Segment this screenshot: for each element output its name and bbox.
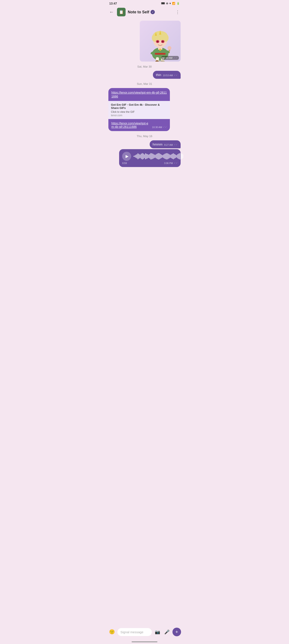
message-thin-meta: 10:53 AM ✓✓ [163,74,178,77]
waveform-bar [165,154,165,159]
message-hmmm-text: hmmm [153,142,163,146]
svg-rect-5 [155,53,166,55]
mic-icon: 🎤 [164,629,170,634]
audio-waveform [133,153,183,160]
double-check-icon-thin: ✓✓ [174,74,178,77]
message-hmmm-meta: 8:27 AM ✓✓ [164,143,178,146]
waveform-bar [142,153,143,160]
link-top: https://tenor.com/view/got-em-4k-gif-261… [108,88,170,101]
audio-duration: 0:59 [122,162,127,164]
nav-title-area[interactable]: Note to Self ✓ [128,10,172,14]
avatar: 📋 [117,8,126,16]
svg-point-9 [168,46,171,50]
waveform-bar [155,155,155,158]
more-menu-button[interactable]: ⋮ [175,8,181,16]
status-time: 13:47 [109,2,117,5]
waveform-bar [156,154,157,158]
emoji-button[interactable]: 🙂 [108,628,116,636]
chat-title: Note to Self [128,10,149,14]
link-message-meta: 10:30 AM ✓✓ [150,126,167,128]
link-bottom: https://tenor.com/view/got-em-4k-gif-261… [108,119,170,131]
waveform-bar [158,153,159,160]
waveform-bar [174,154,175,159]
input-area: 🙂 Signal message 📷 🎤 + [106,626,183,640]
waveform-bar [173,153,174,159]
home-bar [132,642,157,642]
link-url-top[interactable]: https://tenor.com/view/got-em-4k-gif-261… [111,91,167,98]
waveform-bar [147,154,148,158]
link-preview-title: Got Em GIF - Got Em 4k - Discover & Shar… [111,103,167,110]
waveform-bar [182,154,182,159]
wifi-icon: ▾ [169,2,171,5]
svg-point-18 [157,41,158,42]
waveform-bar [176,155,177,158]
waveform-bar [146,154,147,159]
waveform-bar [138,153,138,159]
double-check-icon-hmmm: ✓✓ [174,143,178,146]
waveform-bar [145,153,146,159]
signal-icon: 📶 [172,2,175,5]
waveform-bar [140,154,140,158]
waveform-bar [175,154,176,158]
date-divider-1: Sat, Mar 30 [108,65,181,68]
waveform-bar [139,154,139,159]
waveform-bar [135,155,136,158]
waveform-bar [181,153,181,159]
message-hmmm: hmmm 8:27 AM ✓✓ [150,140,181,148]
waveform-bar [183,154,183,158]
link-url-bottom[interactable]: https://tenor.com/view/got-em-4k-gif-261… [111,122,150,128]
play-icon: ▶ [126,154,129,159]
sticker-message: 10:43 AM ✓✓ [140,21,181,62]
waveform-bar [134,156,135,157]
waveform-bar [152,153,152,159]
back-button[interactable]: ← [108,8,115,16]
message-input[interactable]: Signal message [117,628,152,636]
camera-button[interactable]: 📷 [154,628,161,636]
audio-player: ▶ [122,152,178,161]
waveform-bar [167,153,167,160]
camera-icon: 📷 [155,629,160,634]
waveform-bar [162,155,163,158]
home-indicator [106,640,183,644]
waveform-bar [172,154,173,159]
link-message[interactable]: https://tenor.com/view/got-em-4k-gif-261… [108,88,170,131]
plus-button[interactable]: + [172,628,181,636]
waveform-bar [163,154,164,158]
waveform-bar [169,154,169,158]
battery-icon: 🔋 [177,2,180,5]
chat-area: 10:43 AM ✓✓ Sat, Mar 30 thin 10:53 AM ✓✓… [106,18,183,626]
waveform-bar [171,154,172,158]
waveform-bar [159,153,160,159]
mic-button[interactable]: 🎤 [163,628,171,636]
waveform-bar [149,154,150,159]
status-bar: 13:47 ⌨ ⊖ ▾ 📶 🔋 [106,0,183,6]
dnd-icon: ⊖ [166,2,168,5]
avatar-icon: 📋 [119,10,124,14]
waveform-bar [137,154,137,158]
svg-point-21 [159,49,161,51]
waveform-bar [161,154,162,158]
waveform-bar [160,154,161,159]
waveform-bar [141,154,141,159]
message-placeholder: Signal message [120,630,143,634]
double-check-icon: ✓✓ [173,56,178,60]
double-check-icon-audio: ✓✓ [174,162,178,164]
date-divider-2: Sun, Mar 31 [108,82,181,86]
waveform-bar [157,154,158,159]
waveform-bar [166,153,166,159]
emoji-icon: 🙂 [109,629,115,635]
sticker-image: 10:43 AM ✓✓ [140,21,181,62]
waveform-bar [143,154,144,159]
waveform-bar [177,154,178,158]
status-icons: ⌨ ⊖ ▾ 📶 🔋 [161,2,180,5]
waveform-bar [180,153,180,160]
link-preview: Got Em GIF - Got Em 4k - Discover & Shar… [108,101,170,119]
play-button[interactable]: ▶ [122,152,131,161]
waveform-bar [148,154,149,158]
waveform-bar [151,153,151,160]
link-preview-domain: tenor.com [111,114,167,117]
double-check-icon-link: ✓✓ [163,126,167,128]
message-thin: thin 10:53 AM ✓✓ [153,71,181,79]
verified-badge: ✓ [151,10,155,14]
nav-bar: ← 📋 Note to Self ✓ ⋮ [106,6,183,18]
